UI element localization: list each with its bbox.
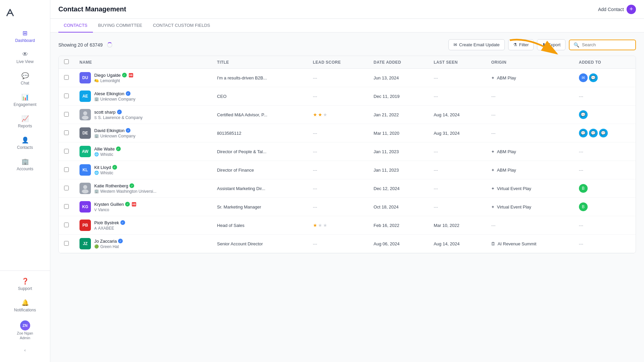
contact-company: A AXABEE <box>94 226 125 231</box>
last-seen: --- <box>434 149 438 154</box>
company-name: Western Washington Universi... <box>100 189 156 194</box>
sidebar-item-live-view[interactable]: 👁 Live View <box>0 47 50 68</box>
table-row[interactable]: AE Alese Elkington ✓ 🏢 Unknown Company C… <box>59 87 636 106</box>
table-row[interactable]: DE David Elkington ✓ 🏢 Unknown Company 8… <box>59 124 636 142</box>
table-row[interactable]: scott sharp ✓ S S. Lawrence & Company Ce… <box>59 106 636 124</box>
export-button[interactable]: ⬆ Export <box>537 39 566 50</box>
search-box[interactable]: 🔍 <box>569 40 636 50</box>
tab-contacts[interactable]: CONTACTS <box>58 19 93 33</box>
contact-name[interactable]: Krysten Guillen ✓ HB <box>94 202 136 207</box>
contact-name[interactable]: Piotr Bystrek ✓ <box>94 220 125 225</box>
sidebar-item-support-label: Support <box>18 286 32 291</box>
filter-button[interactable]: ⚗ Filter <box>508 39 534 50</box>
last-seen: --- <box>434 204 438 209</box>
add-contact-label: Add Contact <box>598 7 624 12</box>
contact-company: S S. Lawrence & Company <box>94 115 143 120</box>
last-seen: Aug 31, 2024 <box>434 131 460 136</box>
origin: ✦Virtual Event Play <box>491 204 568 209</box>
table-row[interactable]: Katie Rothenberg ✓ 🏢 Western Washington … <box>59 179 636 198</box>
loading-spinner <box>107 42 112 48</box>
contact-name[interactable]: Katie Rothenberg ✓ <box>94 183 156 188</box>
contact-info: Jo Zaccaria ✓ 🟢 Green Hat <box>94 239 123 249</box>
sidebar-item-notifications[interactable]: 🔔 Notifications <box>0 295 50 316</box>
table-row[interactable]: DU Diego Ugalde ✓ HB 🍋 Lemonlight I'm a … <box>59 69 636 87</box>
row-checkbox[interactable] <box>64 223 69 227</box>
table-header-row: NAME TITLE LEAD SCORE DATE ADDED LAST SE… <box>59 56 636 69</box>
select-all-checkbox[interactable] <box>64 59 69 64</box>
contact-name[interactable]: Diego Ugalde ✓ HB <box>94 73 133 78</box>
row-checkbox[interactable] <box>64 186 69 190</box>
contact-info: Diego Ugalde ✓ HB 🍋 Lemonlight <box>94 73 133 83</box>
sidebar-item-accounts[interactable]: 🏢 Accounts <box>0 154 50 175</box>
avatar: DU <box>79 72 91 83</box>
th-name[interactable]: NAME <box>74 56 212 69</box>
sidebar-user[interactable]: ZN Zoe Ngan Admin <box>0 316 50 344</box>
row-checkbox[interactable] <box>64 94 69 98</box>
tab-buying-committee[interactable]: BUYING COMMITTEE <box>93 19 148 33</box>
th-last-seen[interactable]: LAST SEEN <box>428 56 486 69</box>
contact-title: Sr. Marketing Manager <box>217 204 284 209</box>
contact-company: 🌐 Whistic <box>94 152 121 157</box>
date-added: Aug 06, 2024 <box>374 241 399 246</box>
row-checkbox[interactable] <box>64 167 69 172</box>
table-row[interactable]: KG Krysten Guillen ✓ HB V Vanco Sr. Mark… <box>59 198 636 216</box>
sidebar-item-dashboard[interactable]: ⊞ Dashboard <box>0 25 50 47</box>
th-added-to[interactable]: ADDED TO <box>574 56 636 69</box>
contact-name[interactable]: David Elkington ✓ <box>94 128 136 133</box>
filter-label: Filter <box>519 42 529 47</box>
contact-title: Head of Sales <box>217 223 284 228</box>
avatar: AE <box>79 90 91 102</box>
sidebar-item-engagement[interactable]: 📊 Engagement <box>0 89 50 111</box>
contact-name[interactable]: Kit Lloyd ✓ <box>94 165 117 170</box>
empty-star: ★ <box>323 112 327 117</box>
tab-contact-custom-fields[interactable]: CONTACT CUSTOM FIELDS <box>148 19 215 33</box>
contact-title: Senior Account Director <box>217 241 284 246</box>
verified-badge: ✓ <box>120 220 125 225</box>
page-title: Contact Management <box>58 5 593 13</box>
table-row[interactable]: PB Piotr Bystrek ✓ A AXABEE Head of Sale… <box>59 216 636 235</box>
row-checkbox[interactable] <box>64 130 69 135</box>
sidebar-item-support[interactable]: ❓ Support <box>0 274 50 295</box>
contact-name[interactable]: Jo Zaccaria ✓ <box>94 239 123 244</box>
th-origin[interactable]: ORIGIN <box>486 56 573 69</box>
sidebar-item-contacts[interactable]: 👤 Contacts <box>0 132 50 154</box>
table-row[interactable]: JZ Jo Zaccaria ✓ 🟢 Green Hat Senior Acco… <box>59 235 636 253</box>
empty-star: ★ <box>318 223 322 228</box>
table-row[interactable]: AW Allie Waite ✓ 🌐 Whistic Director of P… <box>59 142 636 161</box>
lead-score: --- <box>313 94 317 99</box>
th-date-added[interactable]: DATE ADDED <box>368 56 428 69</box>
row-checkbox[interactable] <box>64 112 69 117</box>
contact-name[interactable]: Alese Elkington ✓ <box>94 91 136 96</box>
lead-score-stars: ★★★ <box>313 223 363 228</box>
row-checkbox[interactable] <box>64 149 69 154</box>
search-icon: 🔍 <box>574 42 579 48</box>
topbar: Contact Management Add Contact + <box>50 0 644 19</box>
contact-cell: KG Krysten Guillen ✓ HB V Vanco <box>79 201 206 213</box>
row-checkbox[interactable] <box>64 75 69 80</box>
add-contact-button[interactable]: Add Contact + <box>598 5 636 14</box>
row-checkbox[interactable] <box>64 241 69 246</box>
date-added: Oct 18, 2024 <box>374 204 398 209</box>
contact-name[interactable]: scott sharp ✓ <box>94 110 143 115</box>
search-input[interactable] <box>582 42 631 47</box>
select-all-header[interactable] <box>59 56 74 69</box>
date-added: Jan 11, 2023 <box>374 149 399 154</box>
date-added: Jun 13, 2024 <box>374 75 399 80</box>
showing-label: Showing 20 of <box>58 42 88 48</box>
contact-cell: AE Alese Elkington ✓ 🏢 Unknown Company <box>79 90 206 102</box>
sidebar-item-chat[interactable]: 💬 Chat <box>0 68 50 89</box>
sidebar-collapse[interactable]: ‹ <box>0 344 50 357</box>
th-title[interactable]: TITLE <box>212 56 308 69</box>
notifications-icon: 🔔 <box>21 299 29 306</box>
add-contact-icon: + <box>627 5 636 14</box>
th-lead-score[interactable]: LEAD SCORE <box>308 56 368 69</box>
sidebar-item-reports[interactable]: 📈 Reports <box>0 111 50 132</box>
last-seen: --- <box>434 168 438 173</box>
contact-name[interactable]: Allie Waite ✓ <box>94 146 121 152</box>
table-row[interactable]: KL Kit Lloyd ✓ 🌐 Whistic Director of Fin… <box>59 161 636 179</box>
row-checkbox[interactable] <box>64 204 69 209</box>
added-to-icon: 💬 <box>599 129 608 137</box>
sidebar-item-engagement-label: Engagement <box>13 102 36 107</box>
avatar <box>79 109 91 120</box>
create-email-update-button[interactable]: ✉ Create Email Update <box>448 39 505 50</box>
